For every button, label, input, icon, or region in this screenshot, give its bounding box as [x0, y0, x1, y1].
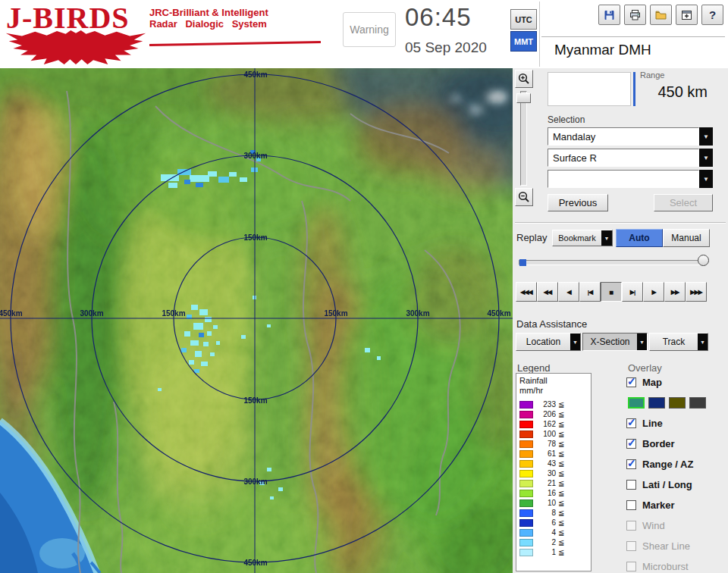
rewind-button[interactable]: ◀◀: [537, 282, 558, 302]
open-folder-button[interactable]: [650, 5, 672, 25]
legend-suffix: ≦: [558, 440, 564, 448]
auto-mode-button[interactable]: Auto: [616, 229, 663, 247]
legend-row: 1≦: [519, 547, 588, 557]
legend-row: 30≦: [519, 468, 588, 478]
chevron-down-icon[interactable]: [698, 333, 708, 350]
range-label: Range: [640, 70, 664, 80]
map-style-swatch-1[interactable]: [628, 397, 645, 409]
zoom-out-button[interactable]: [515, 188, 533, 206]
legend-row: 61≦: [519, 449, 588, 459]
play-reverse-button[interactable]: ◀: [558, 282, 579, 302]
step-back-button[interactable]: |◀: [579, 282, 601, 302]
chevron-down-icon[interactable]: [699, 149, 713, 167]
overlay-item-map[interactable]: Map: [626, 374, 727, 390]
rainfall-legend: Rainfall mm/hr 233≦ 206≦ 162≦ 100≦ 78≦ 6…: [516, 373, 592, 571]
replay-slider-track[interactable]: [519, 260, 704, 265]
site-dropdown[interactable]: Mandalay: [548, 127, 713, 146]
legend-suffix: ≦: [558, 509, 564, 517]
track-button[interactable]: Track: [649, 333, 708, 351]
legend-color-swatch: [519, 440, 533, 448]
overlay-item-label: Wind: [642, 520, 665, 531]
map-style-swatch-3[interactable]: [669, 397, 686, 409]
legend-value: 206: [536, 410, 556, 418]
ring-label: 150km: [243, 233, 267, 242]
extra-dropdown[interactable]: [548, 170, 713, 188]
track-button-label: Track: [650, 337, 698, 347]
product-dropdown-value[interactable]: Surface R: [548, 149, 699, 167]
replay-slider-handle[interactable]: [698, 255, 709, 266]
legend-row: 233≦: [519, 399, 588, 409]
fast-forward-button[interactable]: ▶▶: [664, 282, 686, 302]
marker-checkbox[interactable]: [626, 500, 636, 510]
play-button[interactable]: ▶: [643, 282, 664, 302]
radar-map-canvas[interactable]: 450km 300km 150km 150km 300km 450km 450k…: [0, 68, 513, 573]
overlay-item-label: Marker: [642, 499, 675, 511]
lati-long-checkbox[interactable]: [626, 480, 636, 490]
bookmark-button[interactable]: Bookmark: [552, 230, 613, 246]
xsection-button-label: X-Section: [583, 337, 637, 347]
legend-suffix: ≦: [558, 538, 564, 546]
save-icon: [603, 9, 616, 21]
control-panel: Range 450 km Selection Mandalay Surface …: [513, 68, 728, 573]
skip-start-button[interactable]: ◀◀◀: [516, 282, 537, 302]
zoom-slider-thumb[interactable]: [516, 93, 531, 103]
legend-value: 233: [536, 400, 556, 409]
location-button[interactable]: Location: [516, 333, 581, 351]
zoom-in-button[interactable]: [515, 70, 533, 88]
range-az-checkbox[interactable]: [626, 459, 636, 469]
skip-end-button[interactable]: ▶▶▶: [686, 282, 707, 302]
bookmark-button-label: Bookmark: [553, 233, 601, 243]
product-dropdown[interactable]: Surface R: [548, 149, 713, 167]
legend-row: 78≦: [519, 439, 588, 449]
overlay-item-wind: Wind: [626, 518, 727, 533]
legend-value: 4: [536, 528, 556, 537]
zoom-slider-track[interactable]: [520, 91, 527, 186]
chevron-down-icon[interactable]: [570, 333, 580, 350]
legend-value: 100: [536, 430, 556, 438]
xsection-button[interactable]: X-Section: [582, 333, 648, 351]
site-dropdown-value[interactable]: Mandalay: [548, 127, 699, 146]
step-forward-button[interactable]: ▶|: [622, 282, 643, 302]
overlay-item-range-az[interactable]: Range / AZ: [626, 456, 727, 471]
overlay-item-lati-long[interactable]: Lati / Long: [626, 477, 727, 492]
add-window-button[interactable]: [676, 5, 698, 25]
chevron-down-icon[interactable]: [699, 170, 713, 188]
select-button[interactable]: Select: [654, 194, 713, 211]
stop-button[interactable]: ■: [601, 282, 622, 302]
map-checkbox[interactable]: [626, 377, 636, 387]
manual-mode-button[interactable]: Manual: [663, 229, 710, 247]
legend-color-swatch: [519, 490, 533, 497]
zoom-in-icon: [518, 73, 530, 85]
ring-label: 150km: [162, 309, 185, 318]
app-logo-subtitle: JRC-Brilliant & Intelligent Radar Dialog…: [149, 7, 268, 30]
chevron-down-icon[interactable]: [601, 230, 612, 246]
map-style-swatches: [626, 395, 727, 410]
line-checkbox[interactable]: [626, 418, 636, 428]
previous-button[interactable]: Previous: [548, 194, 608, 211]
legend-row: 6≦: [519, 518, 588, 528]
utc-button[interactable]: UTC: [510, 9, 537, 30]
app-logo-subtitle-line1: JRC-Brilliant & Intelligent: [149, 7, 268, 18]
overlay-item-line[interactable]: Line: [626, 415, 727, 431]
extra-dropdown-value[interactable]: [548, 170, 699, 188]
legend-color-swatch: [519, 411, 533, 418]
save-button[interactable]: [598, 5, 620, 25]
chevron-down-icon[interactable]: [699, 127, 713, 146]
overlay-item-shear-line: Shear Line: [626, 538, 727, 553]
radar-map[interactable]: 450km 300km 150km 150km 300km 450km 450k…: [0, 68, 513, 573]
range-value: 450 km: [634, 83, 708, 101]
print-button[interactable]: [624, 5, 646, 25]
legend-color-swatch: [519, 539, 533, 546]
map-style-swatch-4[interactable]: [689, 397, 706, 409]
legend-value: 30: [536, 469, 556, 478]
overlay-item-marker[interactable]: Marker: [626, 497, 727, 512]
open-folder-icon: [654, 9, 667, 21]
map-style-swatch-2[interactable]: [648, 397, 665, 409]
overlay-item-border[interactable]: Border: [626, 436, 727, 451]
chevron-down-icon[interactable]: [637, 333, 647, 350]
border-checkbox[interactable]: [626, 439, 636, 449]
help-button[interactable]: ?: [701, 5, 723, 25]
warning-indicator[interactable]: Warning: [343, 12, 396, 47]
replay-slider-start-marker: [519, 259, 526, 266]
mmt-button[interactable]: MMT: [510, 31, 537, 52]
